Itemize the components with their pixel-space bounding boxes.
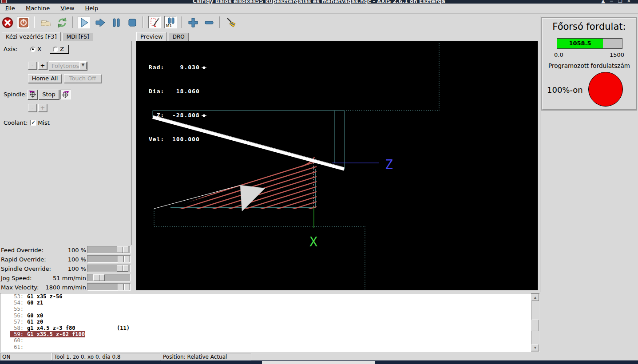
skip-lines-button[interactable] (148, 16, 161, 28)
machine-power-button[interactable] (17, 16, 29, 28)
toolbar-separator (72, 16, 73, 28)
gcode-line[interactable]: 58:g1 x4.5 z-3 f80(11) (0, 325, 540, 331)
taskbar (0, 360, 638, 364)
rapid-override-label: Rapid Override: (1, 256, 46, 263)
gcode-line[interactable]: 56:G0 x0 (0, 313, 540, 319)
home-all-button[interactable]: Home All (28, 74, 62, 83)
tab-manual-control[interactable]: Kézi vezérlés [F3] (2, 32, 61, 41)
scroll-down-icon[interactable]: ▼ (531, 344, 539, 351)
spindle-rpm-value: 1058.5 (557, 40, 603, 47)
menu-file[interactable]: File (2, 4, 19, 12)
tab-dro[interactable]: DRO (169, 33, 189, 41)
jog-minus-button[interactable]: - (28, 62, 37, 70)
coolant-label: Coolant: (4, 119, 28, 126)
gcode-line[interactable]: 61: (0, 344, 540, 350)
zoom-out-button[interactable] (202, 16, 215, 28)
reload-button[interactable] (55, 16, 68, 28)
gcode-line[interactable]: 55: (0, 306, 540, 312)
manual-tab-body: Axis: X Z - + Folytonos ▼ Home All Touch… (0, 41, 132, 245)
gcode-line-current[interactable]: 59:G1 x35.5 z-62 f100 (0, 331, 540, 337)
dro-rad: Rad: 9.030 (149, 64, 200, 71)
zoom-in-button[interactable] (186, 16, 199, 28)
slider-handle[interactable] (93, 274, 105, 281)
max-velocity-slider[interactable] (87, 283, 131, 291)
pause-icon (111, 17, 122, 28)
executed-path-lines (136, 157, 323, 263)
spindle-rpm-panel: Főorsó fordulat: 1058.5 0.0 1500 Program… (542, 18, 637, 110)
touch-off-button[interactable]: Touch Off (64, 74, 101, 83)
gcode-comment: (11) (117, 325, 130, 331)
menu-help[interactable]: Help (81, 4, 102, 12)
rapid-override-slider[interactable] (87, 255, 131, 263)
clear-plot-icon (226, 17, 237, 28)
optional-pause-button[interactable]: M1 (164, 16, 177, 28)
backplot-canvas[interactable]: Z X Rad: 9.030 Dia: 18.060 Z: -28.808 Ve… (136, 41, 538, 290)
jog-speed-value: 51 mm/min (53, 275, 86, 281)
spindle-rpm-max: 1500 (610, 51, 624, 58)
spindle-cw-button[interactable] (60, 90, 71, 99)
stop-icon (127, 17, 138, 28)
feed-override-slider[interactable] (87, 246, 131, 253)
gcode-listing[interactable]: 53:G1 x35 z-56 54:G0 z1 55: 56:G0 x0 57:… (0, 293, 540, 352)
estop-button[interactable] (1, 16, 13, 28)
slider-handle[interactable] (118, 284, 129, 290)
pause-button[interactable] (110, 16, 122, 28)
jog-speed-slider[interactable] (87, 274, 131, 281)
reload-icon (56, 17, 68, 28)
menu-machine[interactable]: Machine (22, 4, 53, 12)
open-file-icon (40, 17, 52, 28)
toolbar-separator (219, 16, 220, 28)
toolbar-separator (34, 16, 35, 28)
window-controls[interactable]: ▲−❐✕ (601, 0, 635, 4)
programmed-rpm-label: Programozott fordulatszám (543, 62, 636, 69)
mist-checkbox[interactable]: Mist (30, 119, 50, 126)
jog-mode-combobox[interactable]: Folytonos ▼ (49, 61, 87, 70)
mist-label: Mist (38, 119, 50, 126)
step-button[interactable] (94, 16, 106, 28)
spindle-rpm-bar: 1058.5 (557, 38, 622, 49)
axis-z-radio[interactable]: Z (50, 45, 69, 54)
spindle-override-slider[interactable] (87, 265, 131, 272)
preview-tabbar: Preview DRO (136, 32, 189, 41)
feed-override-label: Feed Override: (1, 247, 44, 253)
shade-icon[interactable]: ▲ (601, 0, 609, 4)
run-button[interactable] (78, 16, 90, 28)
menu-view[interactable]: View (57, 4, 78, 12)
spindle-faster-button[interactable]: + (38, 104, 47, 112)
window-titlebar[interactable]: Csirigy Balos elsokes55 kupesztergalas e… (0, 0, 638, 4)
slider-handle[interactable] (117, 246, 128, 253)
scroll-up-icon[interactable]: ▲ (531, 294, 539, 301)
minimize-icon[interactable]: − (610, 0, 618, 4)
close-icon[interactable]: ✕ (627, 0, 635, 4)
spindle-at-speed-led (588, 72, 623, 107)
max-velocity-row: Max Velocity: 1800 mm/min (1, 283, 131, 292)
slider-handle[interactable] (117, 265, 128, 272)
taskbar-item[interactable] (262, 361, 375, 364)
scrollbar-thumb[interactable] (531, 320, 539, 331)
feed-override-row: Feed Override: 100 % (1, 245, 131, 255)
gcode-line[interactable]: 53:G1 x35 z-56 (0, 293, 540, 300)
spindle-rpm-bar-fill: 1058.5 (557, 39, 603, 48)
jog-plus-button[interactable]: + (38, 62, 47, 70)
maximize-icon[interactable]: ❐ (618, 0, 627, 4)
tab-mdi[interactable]: MDI [F5] (63, 33, 93, 41)
slider-handle[interactable] (118, 256, 129, 262)
spindle-stop-button[interactable]: Stop (39, 90, 59, 99)
gcode-line[interactable]: 60: (0, 337, 540, 344)
tab-preview[interactable]: Preview (136, 32, 167, 41)
clear-plot-button[interactable] (225, 16, 237, 28)
chevron-down-icon[interactable]: ▼ (79, 62, 87, 69)
spindle-ccw-button[interactable] (28, 90, 37, 99)
gcode-line[interactable]: 54:G0 z1 (0, 300, 540, 306)
gcode-scrollbar[interactable]: ▲ ▼ (531, 293, 539, 352)
open-file-button[interactable] (39, 16, 52, 28)
radio-icon (30, 47, 36, 52)
spindle-slower-button[interactable]: - (28, 104, 37, 112)
axis-x-radio[interactable]: X (30, 46, 41, 52)
axis-z-label: Z (60, 46, 64, 52)
percent-label: 100%-on (547, 85, 583, 95)
dro-z: Z: -28.808 (149, 112, 200, 119)
gcode-line[interactable]: 57:G1 z0 (0, 319, 540, 325)
jog-mode-value: Folytonos (52, 63, 79, 69)
stop-button[interactable] (126, 16, 138, 28)
